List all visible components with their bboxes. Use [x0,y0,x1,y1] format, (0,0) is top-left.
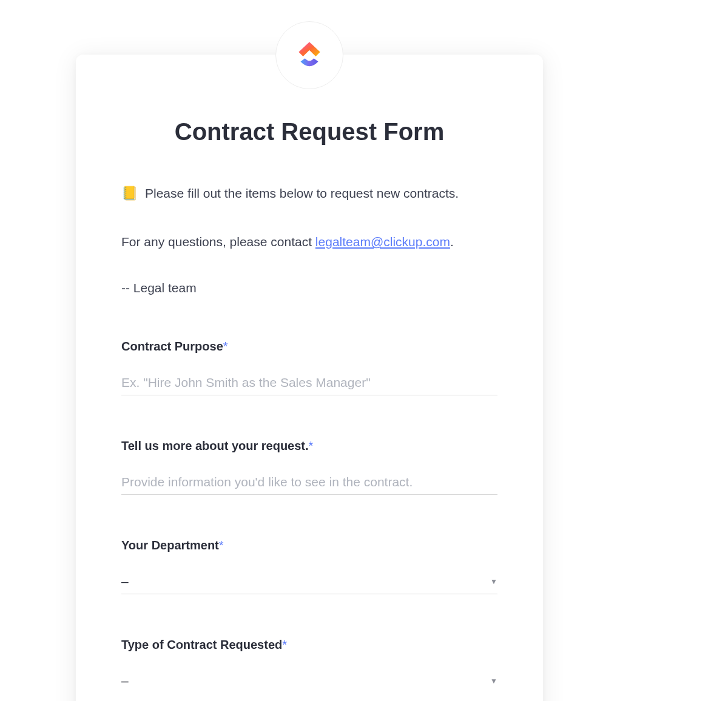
field-tell-us-more: Tell us more about your request.* [121,439,497,495]
department-selected-value: – [121,574,129,589]
tell-us-more-input[interactable] [121,470,497,495]
clickup-logo-icon [294,39,325,71]
chevron-down-icon: ▼ [490,677,497,685]
intro-line-2: For any questions, please contact legalt… [121,232,497,252]
department-label: Your Department* [121,538,497,552]
intro-contact-suffix: . [450,235,454,249]
required-asterisk: * [309,439,314,452]
field-contract-purpose: Contract Purpose* [121,340,497,395]
required-asterisk: * [282,638,287,651]
intro-line-1: 📒 Please fill out the items below to req… [121,183,497,203]
logo-badge [275,21,343,89]
department-select[interactable]: – ▼ [121,569,497,594]
intro-contact-prefix: For any questions, please contact [121,235,315,249]
contract-purpose-label: Contract Purpose* [121,340,497,354]
form-container: Contract Request Form 📒 Please fill out … [76,55,543,701]
contact-email-link[interactable]: legalteam@clickup.com [315,235,450,249]
contract-purpose-input[interactable] [121,371,497,395]
contract-type-selected-value: – [121,674,129,688]
memo-icon: 📒 [121,183,138,203]
intro-signature: -- Legal team [121,278,497,298]
field-contract-type: Type of Contract Requested* – ▼ [121,638,497,693]
tell-us-more-label: Tell us more about your request.* [121,439,497,453]
required-asterisk: * [223,340,228,353]
contract-type-label: Type of Contract Requested* [121,638,497,652]
intro-text-block: 📒 Please fill out the items below to req… [121,183,497,297]
required-asterisk: * [219,538,224,552]
chevron-down-icon: ▼ [490,577,497,586]
intro-line-1-text: Please fill out the items below to reque… [145,184,459,203]
field-department: Your Department* – ▼ [121,538,497,594]
contract-type-select[interactable]: – ▼ [121,669,497,693]
